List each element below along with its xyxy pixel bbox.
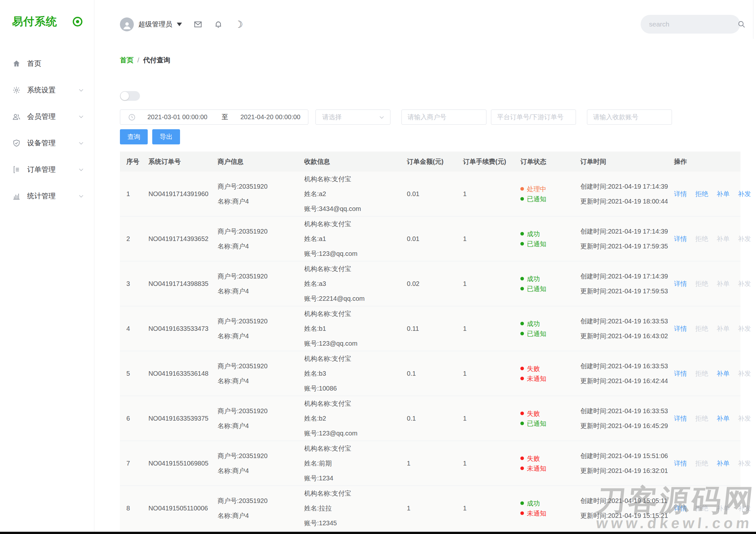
cell-index: 3	[120, 280, 142, 288]
action-link[interactable]: 详情	[674, 324, 687, 333]
cell-order-no: NO04191633536148	[142, 370, 211, 377]
toggle-switch[interactable]	[120, 91, 140, 101]
date-to-label: 至	[222, 113, 228, 121]
cell-status: 失败已通知	[514, 407, 574, 430]
action-link[interactable]: 详情	[674, 414, 687, 423]
status-badge: 成功	[520, 500, 574, 507]
search-input[interactable]	[648, 20, 737, 28]
cell-index: 8	[120, 505, 142, 512]
sidebar-item-members[interactable]: 会员管理	[0, 103, 94, 130]
date-range-picker[interactable]: 2021-03-01 00:00:00 至 2021-04-20 00:00:0…	[120, 110, 308, 125]
shield-icon	[12, 139, 21, 147]
sidebar: 易付系统 首页系统设置会员管理设备管理订单管理统计管理	[0, 0, 94, 534]
action-link[interactable]: 详情	[674, 190, 687, 198]
cell-status: 失败未通知	[514, 362, 574, 385]
status-select[interactable]: 请选择	[315, 110, 391, 125]
cell-index: 4	[120, 325, 142, 332]
status-badge: 未通知	[520, 375, 574, 382]
chevron-down-icon	[78, 87, 84, 93]
table-row: 3NO04191714398835商户号:20351920名称:商户4机构名称:…	[120, 261, 741, 306]
logo-row: 易付系统	[0, 0, 94, 29]
status-badge: 已通知	[520, 196, 574, 202]
username: 超级管理员	[138, 20, 172, 29]
action-link[interactable]: 详情	[674, 504, 687, 513]
bell-icon[interactable]	[214, 20, 223, 29]
action-link[interactable]: 详情	[674, 459, 687, 468]
cell-merchant-info: 商户号:20351920名称:商户4	[211, 448, 298, 478]
moon-icon[interactable]: ☽	[234, 20, 243, 29]
sidebar-item-label: 统计管理	[27, 191, 56, 201]
cell-actions: 详情拒绝补单补发	[667, 235, 751, 243]
mail-icon[interactable]	[194, 20, 202, 29]
action-link[interactable]: 拒绝	[695, 190, 708, 198]
status-badge: 已通知	[520, 286, 574, 292]
action-link[interactable]: 详情	[674, 279, 687, 288]
export-button[interactable]: 导出	[152, 129, 180, 144]
clock-icon	[128, 114, 136, 121]
cell-order-no: NO04191633533473	[142, 325, 211, 332]
payee-account-input[interactable]	[587, 110, 672, 125]
action-link[interactable]: 补单	[716, 190, 730, 198]
gear-icon	[12, 86, 21, 94]
search-icon[interactable]	[737, 20, 746, 28]
select-placeholder: 请选择	[322, 113, 342, 121]
cell-actions: 详情拒绝补单补发	[667, 279, 751, 288]
action-link[interactable]: 补发	[738, 190, 751, 198]
cell-actions: 详情拒绝补单补发	[667, 459, 751, 468]
collapse-toggle-icon[interactable]	[73, 17, 82, 27]
status-badge: 处理中	[520, 186, 574, 192]
action-link[interactable]: 补单	[716, 369, 730, 378]
action-link: 拒绝	[695, 235, 708, 243]
breadcrumb-current: 代付查询	[143, 56, 170, 64]
cell-times: 创建时间:2021-04-19 17:14:39更新时间:2021-04-19 …	[574, 224, 667, 254]
status-badge: 成功	[520, 231, 574, 237]
action-link[interactable]: 补单	[716, 414, 730, 423]
cell-times: 创建时间:2021-04-19 17:14:39更新时间:2021-04-19 …	[574, 269, 667, 298]
cell-actions: 详情拒绝补单补发	[667, 324, 751, 333]
action-link: 拒绝	[695, 459, 708, 468]
action-link[interactable]: 详情	[674, 235, 687, 243]
sidebar-item-settings[interactable]: 系统设置	[0, 77, 94, 103]
app-root: 易付系统 首页系统设置会员管理设备管理订单管理统计管理 超级管理员 ☽	[0, 0, 756, 534]
query-button[interactable]: 查询	[120, 129, 148, 144]
home-icon	[12, 60, 21, 68]
user-menu[interactable]: 超级管理员	[120, 17, 182, 31]
status-dot-icon	[520, 242, 524, 245]
cell-status: 成功未通知	[514, 496, 574, 520]
chevron-down-icon	[78, 114, 84, 120]
chart-icon	[12, 192, 21, 200]
sidebar-item-stats[interactable]: 统计管理	[0, 183, 94, 209]
chevron-down-icon	[78, 166, 84, 173]
sidebar-item-orders[interactable]: 订单管理	[0, 156, 94, 183]
filter-row: 2021-03-01 00:00:00 至 2021-04-20 00:00:0…	[120, 110, 740, 125]
action-link: 拒绝	[695, 324, 708, 333]
action-link[interactable]: 补单	[716, 459, 730, 468]
cell-amount: 1	[400, 505, 457, 512]
cell-merchant-info: 商户号:20351920名称:商户4	[211, 314, 298, 343]
action-link: 拒绝	[695, 414, 708, 423]
sidebar-item-label: 会员管理	[27, 112, 56, 121]
cell-order-no: NO04191714398835	[142, 280, 211, 288]
cell-merchant-info: 商户号:20351920名称:商户4	[211, 224, 298, 254]
action-link: 补发	[738, 504, 751, 513]
action-link[interactable]: 详情	[674, 369, 687, 378]
merchant-no-input[interactable]	[401, 110, 486, 125]
action-link: 拒绝	[695, 369, 708, 378]
table-row: 7NO04191551069805商户号:20351920名称:商户4机构名称:…	[120, 441, 741, 486]
cell-times: 创建时间:2021-04-19 16:33:53更新时间:2021-04-19 …	[574, 403, 667, 433]
cell-actions: 详情拒绝补单补发	[667, 504, 751, 513]
search-box	[641, 15, 740, 34]
chevron-down-icon	[177, 23, 182, 26]
cell-order-no: NO04191633539375	[142, 415, 211, 422]
cell-times: 创建时间:2021-04-19 15:51:06更新时间:2021-04-19 …	[574, 448, 667, 478]
breadcrumb-home-link[interactable]: 首页	[120, 56, 133, 64]
sidebar-item-devices[interactable]: 设备管理	[0, 130, 94, 156]
chevron-down-icon	[378, 114, 385, 120]
cell-payee-info: 机构名称:支付宝姓名:b3账号:10086	[298, 351, 400, 396]
column-header: 收款信息	[298, 157, 400, 166]
cell-amount: 0.1	[400, 370, 457, 377]
order-no-input[interactable]	[491, 110, 576, 125]
sidebar-item-home[interactable]: 首页	[0, 50, 94, 77]
cell-amount: 1	[400, 460, 457, 467]
table-body: 1NO04191714391960商户号:20351920名称:商户4机构名称:…	[120, 171, 741, 531]
